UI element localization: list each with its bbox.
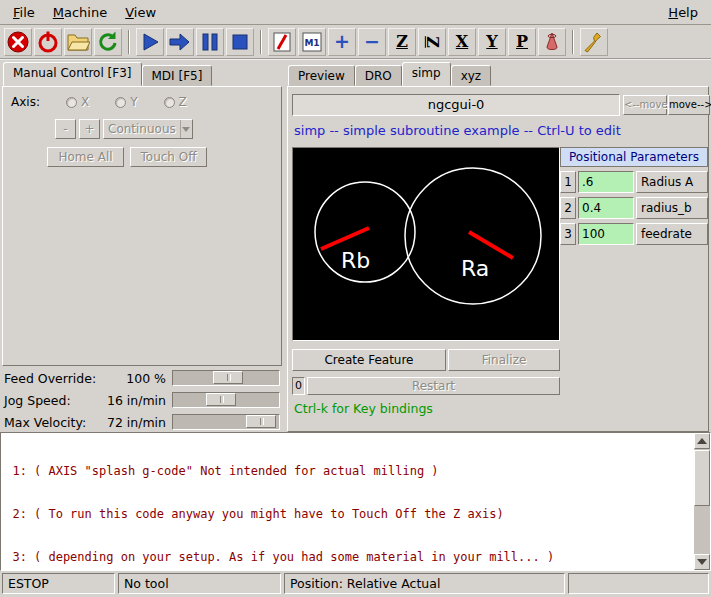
toggle-skip-lines-button[interactable] — [268, 28, 296, 56]
gcode-scrollbar[interactable] — [694, 433, 710, 570]
jog-minus-button[interactable]: - — [55, 119, 76, 139]
menu-file[interactable]: File — [4, 2, 44, 23]
zoom-out-button[interactable]: − — [358, 28, 386, 56]
menu-view[interactable]: View — [116, 2, 165, 23]
reload-file-button[interactable] — [94, 28, 122, 56]
letter-z-icon: Z — [396, 34, 408, 50]
scroll-down-icon[interactable] — [694, 554, 710, 570]
toggle-optional-pause-button[interactable]: M1 — [298, 28, 326, 56]
open-file-button[interactable] — [64, 28, 92, 56]
gcode-lines: 1:( AXIS "splash g-code" Not intended fo… — [1, 436, 693, 570]
clear-plot-button[interactable] — [580, 28, 608, 56]
create-feature-button[interactable]: Create Feature — [292, 349, 446, 371]
rotated-z-icon: Z — [424, 36, 440, 48]
letter-p-icon: P — [516, 34, 528, 50]
jog-mode-value: Continuous — [104, 120, 180, 138]
stop-button[interactable] — [226, 28, 254, 56]
control-panel: Manual Control [F3] MDI [F5] Axis: X Y Z… — [0, 60, 284, 432]
preview-canvas[interactable]: Rb Ra — [292, 147, 560, 341]
menu-help[interactable]: Help — [659, 2, 707, 23]
wrench-icon — [582, 30, 606, 54]
jog-plus-button[interactable]: + — [79, 119, 100, 139]
tab-preview[interactable]: Preview — [288, 65, 355, 86]
side-view-button[interactable]: X — [448, 28, 476, 56]
minus-icon: − — [364, 32, 380, 51]
param-value-entry[interactable]: 100 — [578, 223, 634, 245]
tab-xyz[interactable]: xyz — [451, 65, 492, 86]
folder-open-icon — [66, 30, 90, 54]
zoom-in-button[interactable]: + — [328, 28, 356, 56]
param-name-label: radius_b — [636, 197, 708, 219]
ngcgui-frame: ngcgui-0 <--move move--> simp -- simple … — [287, 86, 709, 432]
radio-icon — [164, 97, 175, 108]
param-row-3: 3 100 feedrate — [560, 223, 708, 245]
axis-label: Axis: — [11, 95, 40, 109]
run-program-button[interactable] — [136, 28, 164, 56]
move-right-button[interactable]: move--> — [668, 95, 710, 115]
tab-simp[interactable]: simp — [402, 62, 451, 86]
front-view-button[interactable]: Y — [478, 28, 506, 56]
slider-thumb[interactable] — [213, 371, 243, 384]
status-estop: ESTOP — [2, 573, 115, 594]
perspective-view-button[interactable]: P — [508, 28, 536, 56]
circles-drawing: Rb Ra — [293, 148, 559, 340]
move-left-button[interactable]: <--move — [623, 95, 667, 115]
run-icon — [138, 30, 162, 54]
feed-override-row: Feed Override: 100 % — [0, 368, 284, 388]
letter-y-icon: Y — [486, 34, 497, 50]
manual-control-frame: Axis: X Y Z - + Continuous Home All — [2, 86, 282, 366]
max-velocity-slider[interactable] — [172, 414, 280, 430]
restart-count: 0 — [292, 377, 305, 395]
reload-icon — [96, 30, 120, 54]
param-value-entry[interactable]: .6 — [578, 171, 634, 193]
rotated-top-view-button[interactable]: Z — [418, 28, 446, 56]
menu-machine[interactable]: Machine — [44, 2, 116, 23]
axis-radio-y[interactable]: Y — [115, 95, 137, 109]
param-row-2: 2 0.4 radius_b — [560, 197, 708, 219]
status-spacer — [568, 573, 709, 594]
axis-z-label: Z — [179, 95, 187, 109]
param-index: 1 — [560, 171, 576, 193]
status-bar: ESTOP No tool Position: Relative Actual — [0, 571, 711, 597]
pause-button[interactable] — [196, 28, 224, 56]
preview-panel: Preview DRO simp xyz ngcgui-0 <--move mo… — [285, 60, 711, 432]
scrollbar-thumb[interactable] — [694, 450, 710, 506]
param-row-1: 1 .6 Radius A — [560, 171, 708, 193]
rotate-view-button[interactable] — [538, 28, 566, 56]
axis-radio-x[interactable]: X — [66, 95, 89, 109]
tab-mdi[interactable]: MDI [F5] — [142, 65, 213, 86]
tab-manual-control[interactable]: Manual Control [F3] — [3, 62, 142, 86]
gcode-line[interactable]: 2:( To run this code anyway you might ha… — [1, 507, 693, 521]
subroutine-description: simp -- simple subroutine example -- Ctr… — [294, 123, 621, 138]
gcode-line[interactable]: 3:( depending on your setup. As if you h… — [1, 550, 693, 564]
pause-icon — [198, 30, 222, 54]
run-step-button[interactable] — [166, 28, 194, 56]
optional-pause-m1-icon: M1 — [300, 30, 324, 54]
power-icon — [36, 30, 60, 54]
axis-radio-z[interactable]: Z — [164, 95, 187, 109]
estop-button[interactable] — [4, 28, 32, 56]
machine-power-button[interactable] — [34, 28, 62, 56]
gcode-line[interactable]: 1:( AXIS "splash g-code" Not intended fo… — [1, 464, 693, 478]
scroll-up-icon[interactable] — [694, 433, 710, 449]
param-value-entry[interactable]: 0.4 — [578, 197, 634, 219]
axis-y-label: Y — [130, 95, 137, 109]
radius-b-label: Rb — [341, 248, 370, 273]
ngcgui-name-field[interactable]: ngcgui-0 — [292, 94, 620, 116]
estop-icon — [6, 30, 30, 54]
toolbar-separator — [260, 30, 262, 54]
jog-mode-select[interactable]: Continuous — [103, 119, 193, 139]
feed-override-slider[interactable] — [172, 370, 280, 386]
jog-speed-slider[interactable] — [172, 392, 280, 408]
finalize-button[interactable]: Finalize — [448, 349, 560, 371]
home-all-button[interactable]: Home All — [47, 147, 124, 167]
letter-x-icon: X — [456, 34, 468, 50]
tab-dro[interactable]: DRO — [355, 65, 402, 86]
toolbar-separator — [128, 30, 130, 54]
slider-thumb[interactable] — [246, 415, 276, 428]
gcode-listing[interactable]: 1:( AXIS "splash g-code" Not intended fo… — [0, 432, 711, 571]
slider-thumb[interactable] — [206, 393, 236, 406]
restart-button[interactable]: Restart — [307, 377, 560, 395]
touch-off-button[interactable]: Touch Off — [130, 147, 207, 167]
top-view-button[interactable]: Z — [388, 28, 416, 56]
